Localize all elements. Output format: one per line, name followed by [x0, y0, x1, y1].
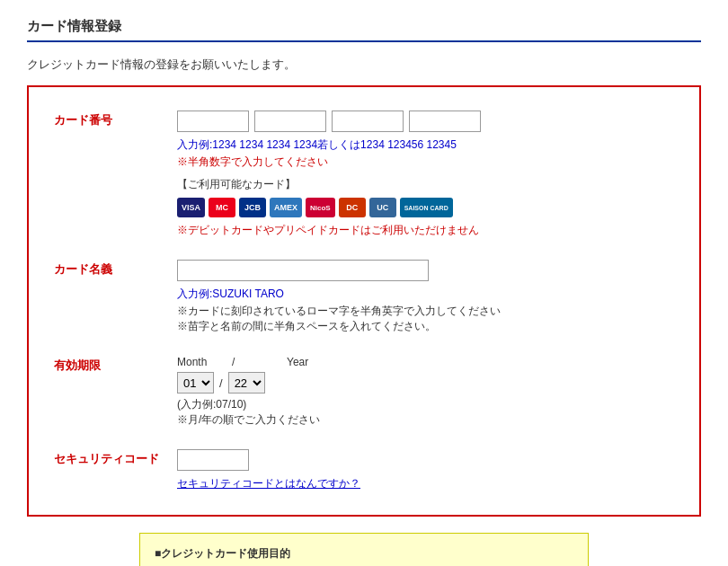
- card-number-row: カード番号 入力例:1234 1234 1234 1234若しくは1234 12…: [45, 100, 683, 249]
- card-name-label: カード名義: [45, 249, 168, 345]
- nicos-icon: NicoS: [306, 198, 335, 217]
- card-number-input-2[interactable]: [254, 111, 326, 132]
- form-table: カード番号 入力例:1234 1234 1234 1234若しくは1234 12…: [45, 100, 683, 502]
- security-link[interactable]: セキュリティコードとはなんですか？: [177, 477, 360, 490]
- notice-box: ■クレジットカード使用目的 本サービスの利用料金等の決済に使用します。 ・無料お…: [139, 533, 589, 566]
- card-number-field: 入力例:1234 1234 1234 1234若しくは1234 123456 1…: [168, 100, 683, 249]
- card-number-input-1[interactable]: [177, 111, 249, 132]
- card-number-input-3[interactable]: [332, 111, 404, 132]
- available-cards-label: 【ご利用可能なカード】: [177, 177, 674, 192]
- expiry-field: Month / Year 010203 040506 070809 101112…: [168, 345, 683, 438]
- card-name-hint: 入力例:SUZUKI TARO: [177, 287, 674, 302]
- notice-title: ■クレジットカード使用目的: [155, 544, 573, 562]
- month-select[interactable]: 010203 040506 070809 101112: [177, 372, 214, 394]
- card-number-hint: 入力例:1234 1234 1234 1234若しくは1234 123456 1…: [177, 137, 674, 153]
- security-input[interactable]: [177, 449, 249, 471]
- expiry-slash: /: [219, 376, 223, 390]
- year-label: Year: [287, 356, 336, 368]
- jcb-icon: JCB: [239, 198, 266, 217]
- card-form-area: カード番号 入力例:1234 1234 1234 1234若しくは1234 12…: [27, 85, 701, 517]
- card-number-input-4[interactable]: [409, 111, 481, 132]
- page-title: カード情報登録: [27, 18, 701, 42]
- expiry-example: (入力例:07/10): [177, 397, 674, 412]
- intro-text: クレジットカード情報の登録をお願いいたします。: [27, 57, 701, 73]
- security-field: セキュリティコードとはなんですか？: [168, 438, 683, 502]
- security-label: セキュリティコード: [45, 438, 168, 502]
- expiry-order-note: ※月/年の順でご入力ください: [177, 412, 674, 428]
- card-number-inputs: [177, 111, 674, 132]
- uc-icon: UC: [369, 198, 396, 217]
- month-label: Month: [177, 356, 226, 368]
- slash-divider: /: [232, 356, 281, 368]
- security-row: セキュリティコード セキュリティコードとはなんですか？: [45, 438, 683, 502]
- expiry-label: 有効期限: [45, 345, 168, 438]
- card-number-label: カード番号: [45, 100, 168, 249]
- card-name-note2: ※苗字と名前の間に半角スペースを入れてください。: [177, 319, 674, 334]
- card-name-row: カード名義 入力例:SUZUKI TARO ※カードに刻印されているローマ字を半…: [45, 249, 683, 345]
- expiry-selects: 010203 040506 070809 101112 / 222324 252…: [177, 372, 674, 394]
- amex-icon: AMEX: [270, 198, 302, 217]
- card-name-note1: ※カードに刻印されているローマ字を半角英字で入力してください: [177, 304, 674, 319]
- mastercard-icon: MC: [209, 198, 235, 217]
- card-name-field: 入力例:SUZUKI TARO ※カードに刻印されているローマ字を半角英字で入力…: [168, 249, 683, 345]
- year-select[interactable]: 222324 252627 282930: [228, 372, 265, 394]
- expiry-row: 有効期限 Month / Year 010203 040506 070809 1…: [45, 345, 683, 438]
- expiry-label-row: Month / Year: [177, 356, 674, 368]
- card-number-note: ※半角数字で入力してください: [177, 155, 674, 170]
- debit-note: ※デビットカードやプリペイドカードはご利用いただけません: [177, 223, 674, 238]
- card-icons-row: VISA MC JCB AMEX NicoS DC UC SAISON CARD: [177, 198, 674, 217]
- card-name-input[interactable]: [177, 260, 429, 281]
- visa-icon: VISA: [177, 198, 205, 217]
- dc-icon: DC: [339, 198, 366, 217]
- saison-icon: SAISON CARD: [400, 198, 453, 217]
